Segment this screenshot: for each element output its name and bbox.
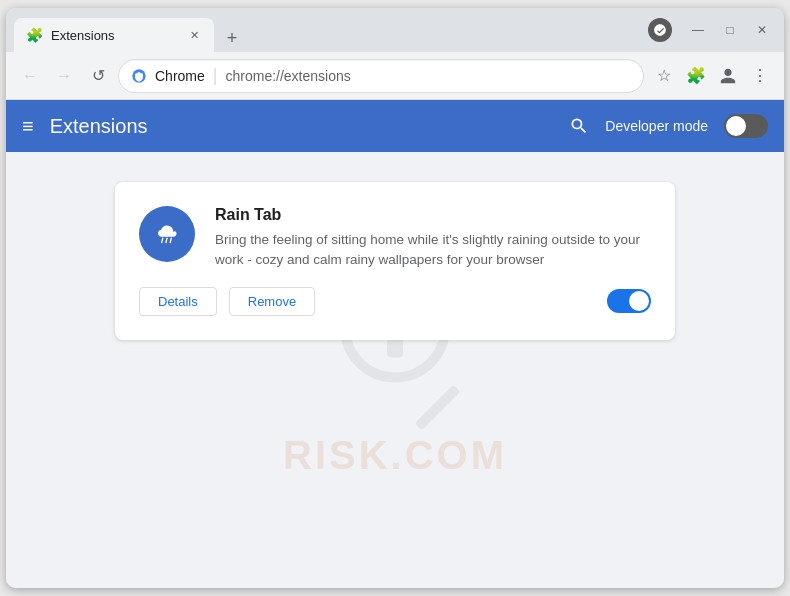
close-button[interactable]: ✕ xyxy=(748,16,776,44)
toolbar: ← → ↺ Chrome | chrome://extensions ☆ 🧩 xyxy=(6,52,784,100)
back-button[interactable]: ← xyxy=(16,62,44,90)
reload-button[interactable]: ↺ xyxy=(84,62,112,90)
svg-line-1 xyxy=(162,238,163,242)
extension-actions: Details Remove xyxy=(139,287,651,316)
watermark-text: RISK.COM xyxy=(283,433,507,478)
browser-window: 🧩 Extensions ✕ + — □ ✕ xyxy=(6,8,784,588)
svg-line-2 xyxy=(166,238,167,242)
search-button[interactable] xyxy=(569,116,589,136)
new-tab-button[interactable]: + xyxy=(218,24,246,52)
extensions-button[interactable]: 🧩 xyxy=(682,62,710,90)
developer-mode-label: Developer mode xyxy=(605,118,708,134)
profile-icon xyxy=(719,67,737,85)
extension-name: Rain Tab xyxy=(215,206,651,224)
url-text: chrome://extensions xyxy=(225,68,350,84)
extension-text: Rain Tab Bring the feeling of sitting ho… xyxy=(215,206,651,271)
tab-favicon: 🧩 xyxy=(26,27,43,43)
extension-description: Bring the feeling of sitting home while … xyxy=(215,230,651,271)
svg-line-3 xyxy=(170,238,171,242)
extension-icon xyxy=(139,206,195,262)
maximize-button[interactable]: □ xyxy=(716,16,744,44)
extension-toggle[interactable] xyxy=(607,289,651,313)
site-name: Chrome xyxy=(155,68,205,84)
hamburger-menu-button[interactable]: ≡ xyxy=(22,115,34,138)
developer-mode-toggle[interactable] xyxy=(724,114,768,138)
active-tab: 🧩 Extensions ✕ xyxy=(14,18,214,52)
tab-bar: 🧩 Extensions ✕ + — □ ✕ xyxy=(6,8,784,52)
extensions-header: ≡ Extensions Developer mode xyxy=(6,100,784,152)
page-title: Extensions xyxy=(50,115,554,138)
address-bar[interactable]: Chrome | chrome://extensions xyxy=(118,59,644,93)
remove-button[interactable]: Remove xyxy=(229,287,315,316)
tab-title: Extensions xyxy=(51,28,178,43)
profile-dropdown[interactable] xyxy=(648,18,672,42)
window-controls: — □ ✕ xyxy=(644,16,776,44)
page-content: RISK.COM Rain Tab Bring the feeling of s… xyxy=(6,152,784,588)
toolbar-actions: ☆ 🧩 ⋮ xyxy=(650,62,774,90)
security-icon xyxy=(131,68,147,84)
bookmark-button[interactable]: ☆ xyxy=(650,62,678,90)
minimize-button[interactable]: — xyxy=(684,16,712,44)
forward-button[interactable]: → xyxy=(50,62,78,90)
profile-button[interactable] xyxy=(714,62,742,90)
rain-tab-icon xyxy=(150,217,184,251)
extension-info: Rain Tab Bring the feeling of sitting ho… xyxy=(139,206,651,271)
menu-button[interactable]: ⋮ xyxy=(746,62,774,90)
extension-card: Rain Tab Bring the feeling of sitting ho… xyxy=(115,182,675,340)
tab-close-button[interactable]: ✕ xyxy=(186,27,202,43)
details-button[interactable]: Details xyxy=(139,287,217,316)
